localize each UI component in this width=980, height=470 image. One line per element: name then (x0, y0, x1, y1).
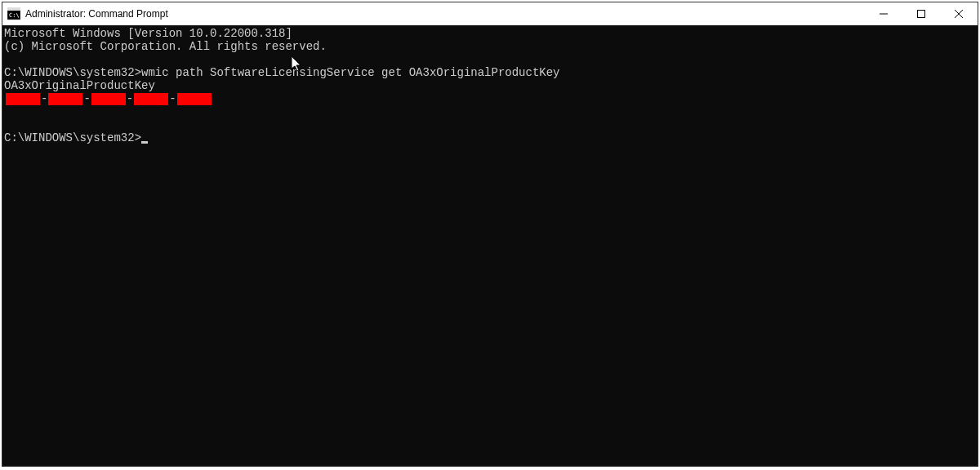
key-segment-1 (6, 93, 40, 105)
typed-command: wmic path SoftwareLicensingService get O… (141, 66, 559, 79)
blank-line (4, 53, 976, 66)
copyright-line: (c) Microsoft Corporation. All rights re… (4, 40, 976, 53)
command-line-1: C:\WINDOWS\system32>wmic path SoftwareLi… (4, 66, 976, 79)
terminal-area[interactable]: Microsoft Windows [Version 10.0.22000.31… (2, 25, 978, 466)
svg-rect-4 (918, 11, 925, 18)
blank-line (4, 118, 976, 131)
dash: - (41, 92, 47, 105)
window-title: Administrator: Command Prompt (25, 8, 168, 20)
maximize-button[interactable] (902, 2, 940, 25)
titlebar[interactable]: C:\ Administrator: Command Prompt (2, 2, 978, 25)
close-button[interactable] (940, 2, 978, 25)
svg-text:C:\: C:\ (9, 12, 20, 19)
window-controls (865, 2, 978, 25)
dash: - (127, 92, 133, 105)
version-line: Microsoft Windows [Version 10.0.22000.31… (4, 27, 976, 40)
key-segment-4 (134, 93, 168, 105)
key-segment-5 (177, 93, 212, 105)
output-header: OA3xOriginalProductKey (4, 79, 976, 92)
command-prompt-window: C:\ Administrator: Command Prompt Micros… (2, 2, 978, 467)
product-key-row: - - - - (4, 92, 976, 105)
dash: - (169, 92, 176, 105)
svg-rect-1 (7, 8, 20, 11)
key-segment-3 (91, 93, 126, 105)
cmd-icon: C:\ (7, 7, 20, 20)
blank-line (4, 105, 976, 118)
text-cursor (141, 141, 148, 144)
prompt-path: C:\WINDOWS\system32> (4, 66, 141, 79)
key-segment-2 (48, 93, 82, 105)
dash: - (83, 92, 90, 105)
minimize-button[interactable] (865, 2, 902, 25)
command-line-2: C:\WINDOWS\system32> (4, 131, 976, 144)
prompt-path: C:\WINDOWS\system32> (4, 131, 141, 144)
